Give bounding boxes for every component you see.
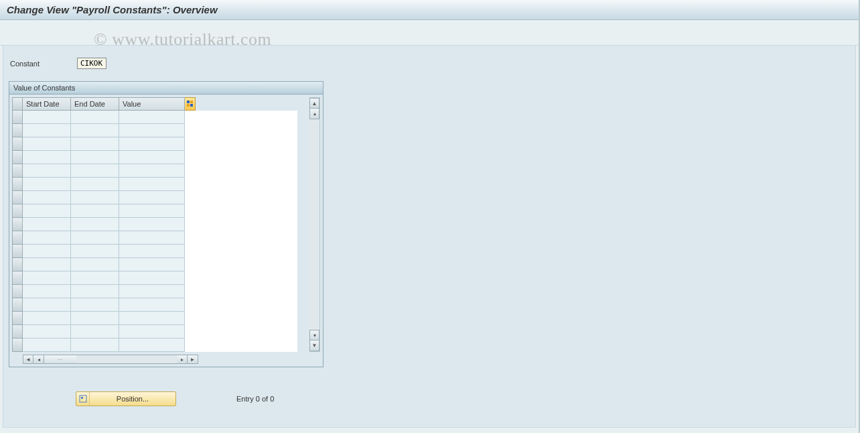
row-selector[interactable] xyxy=(12,124,23,137)
cell-start-date[interactable] xyxy=(23,245,71,258)
cell-end-date[interactable] xyxy=(71,111,119,124)
table-row[interactable] xyxy=(12,137,297,151)
row-selector[interactable] xyxy=(12,325,23,338)
cell-end-date[interactable] xyxy=(71,218,119,231)
cell-end-date[interactable] xyxy=(71,164,119,178)
table-row[interactable] xyxy=(12,285,297,298)
cell-end-date[interactable] xyxy=(71,298,119,312)
row-selector[interactable] xyxy=(12,245,23,258)
cell-end-date[interactable] xyxy=(71,191,119,204)
cell-end-date[interactable] xyxy=(71,258,119,271)
scroll-right-button[interactable]: ► xyxy=(188,355,198,364)
cell-end-date[interactable] xyxy=(71,178,119,191)
cell-start-date[interactable] xyxy=(23,178,71,191)
cell-start-date[interactable] xyxy=(23,191,71,204)
row-selector[interactable] xyxy=(12,191,23,204)
cell-start-date[interactable] xyxy=(23,151,71,164)
cell-end-date[interactable] xyxy=(71,325,119,338)
row-selector[interactable] xyxy=(12,271,23,285)
table-row[interactable] xyxy=(12,325,297,338)
cell-start-date[interactable] xyxy=(23,338,71,352)
cell-start-date[interactable] xyxy=(23,124,71,137)
cell-end-date[interactable] xyxy=(71,231,119,245)
scroll-down-button[interactable]: ▼ xyxy=(309,341,319,351)
row-selector[interactable] xyxy=(12,151,23,164)
cell-end-date[interactable] xyxy=(71,137,119,151)
column-value[interactable]: Value xyxy=(119,97,185,111)
cell-start-date[interactable] xyxy=(23,137,71,151)
table-row[interactable] xyxy=(12,245,297,258)
scroll-up-button[interactable]: ▲ xyxy=(309,98,319,109)
scroll-left-button[interactable]: ◄ xyxy=(23,355,33,364)
table-row[interactable] xyxy=(12,204,297,218)
cell-start-date[interactable] xyxy=(23,285,71,298)
cell-start-date[interactable] xyxy=(23,325,71,338)
scroll-page-up-button[interactable]: ▴ xyxy=(309,109,319,119)
cell-value[interactable] xyxy=(119,231,185,245)
cell-end-date[interactable] xyxy=(71,312,119,325)
cell-start-date[interactable] xyxy=(23,218,71,231)
scroll-left-step-button[interactable]: ◂ xyxy=(33,355,44,364)
table-row[interactable] xyxy=(12,271,297,285)
cell-start-date[interactable] xyxy=(23,298,71,312)
cell-value[interactable] xyxy=(119,178,185,191)
cell-value[interactable] xyxy=(119,285,185,298)
cell-end-date[interactable] xyxy=(71,124,119,137)
table-row[interactable] xyxy=(12,191,297,204)
cell-start-date[interactable] xyxy=(23,231,71,245)
cell-value[interactable] xyxy=(119,298,185,312)
row-selector[interactable] xyxy=(12,231,23,245)
cell-value[interactable] xyxy=(119,204,185,218)
row-selector[interactable] xyxy=(12,338,23,352)
cell-value[interactable] xyxy=(119,137,185,151)
cell-value[interactable] xyxy=(119,151,185,164)
table-row[interactable] xyxy=(12,124,297,137)
cell-end-date[interactable] xyxy=(71,204,119,218)
row-selector[interactable] xyxy=(12,164,23,178)
row-selector[interactable] xyxy=(12,137,23,151)
row-selector[interactable] xyxy=(12,111,23,124)
table-row[interactable] xyxy=(12,178,297,191)
cell-value[interactable] xyxy=(119,245,185,258)
scroll-page-down-button[interactable]: ▾ xyxy=(309,330,319,341)
cell-end-date[interactable] xyxy=(71,151,119,164)
cell-value[interactable] xyxy=(119,338,185,352)
cell-start-date[interactable] xyxy=(23,312,71,325)
row-selector[interactable] xyxy=(12,204,23,218)
cell-value[interactable] xyxy=(119,258,185,271)
row-selector[interactable] xyxy=(12,298,23,312)
row-selector[interactable] xyxy=(12,285,23,298)
cell-value[interactable] xyxy=(119,271,185,285)
row-selector[interactable] xyxy=(12,258,23,271)
select-all-handle[interactable] xyxy=(12,97,23,111)
table-row[interactable] xyxy=(12,338,297,352)
table-row[interactable] xyxy=(12,312,297,325)
row-selector[interactable] xyxy=(12,218,23,231)
row-selector[interactable] xyxy=(12,178,23,191)
cell-start-date[interactable] xyxy=(23,204,71,218)
row-selector[interactable] xyxy=(12,312,23,325)
table-row[interactable] xyxy=(12,151,297,164)
cell-end-date[interactable] xyxy=(71,285,119,298)
column-start-date[interactable]: Start Date xyxy=(23,97,71,111)
cell-start-date[interactable] xyxy=(23,164,71,178)
cell-value[interactable] xyxy=(119,312,185,325)
table-row[interactable] xyxy=(12,164,297,178)
table-row[interactable] xyxy=(12,111,297,124)
cell-end-date[interactable] xyxy=(71,245,119,258)
position-button[interactable]: Position... xyxy=(76,391,176,406)
cell-start-date[interactable] xyxy=(23,271,71,285)
cell-end-date[interactable] xyxy=(71,271,119,285)
horizontal-scrollbar[interactable]: ◄ ◂ ⋯ ▸ ► xyxy=(23,355,198,364)
hscroll-track[interactable] xyxy=(76,355,177,364)
table-settings-button[interactable] xyxy=(185,97,196,111)
cell-value[interactable] xyxy=(119,325,185,338)
cell-value[interactable] xyxy=(119,191,185,204)
hscroll-thumb[interactable]: ⋯ xyxy=(44,355,76,364)
table-row[interactable] xyxy=(12,218,297,231)
cell-value[interactable] xyxy=(119,164,185,178)
cell-value[interactable] xyxy=(119,124,185,137)
cell-start-date[interactable] xyxy=(23,258,71,271)
cell-end-date[interactable] xyxy=(71,338,119,352)
vertical-scrollbar[interactable]: ▲ ▴ ▾ ▼ xyxy=(309,97,320,352)
